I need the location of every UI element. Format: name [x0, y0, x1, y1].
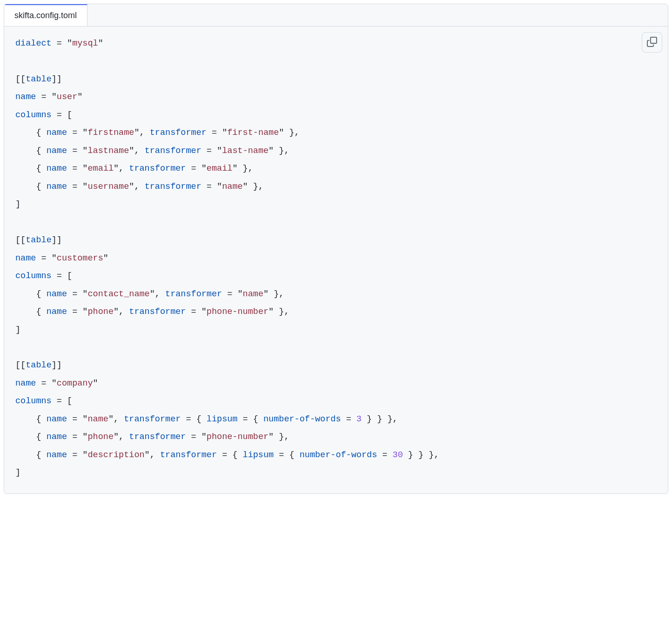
copy-icon — [647, 37, 657, 48]
copy-button[interactable] — [642, 32, 662, 53]
tab-filename: skifta.config.toml — [14, 11, 77, 20]
tab-file[interactable]: skifta.config.toml — [4, 4, 87, 26]
code-panel: dialect = "mysql" [[table]] name = "user… — [4, 27, 668, 493]
code-block[interactable]: dialect = "mysql" [[table]] name = "user… — [15, 35, 657, 482]
tab-bar: skifta.config.toml — [4, 4, 668, 27]
code-file-container: skifta.config.toml dialect = "mysql" [[t… — [4, 4, 668, 494]
